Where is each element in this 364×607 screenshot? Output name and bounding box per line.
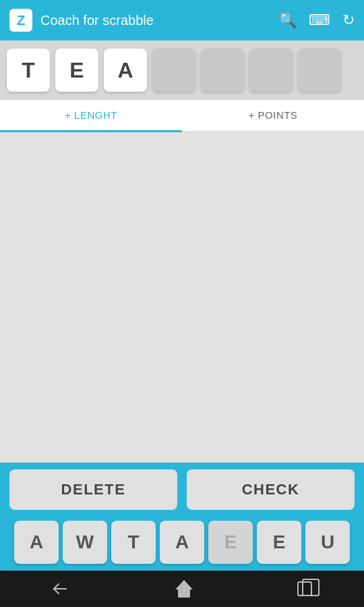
key-3[interactable]: A xyxy=(160,521,204,564)
key-6[interactable]: U xyxy=(305,521,350,564)
keyboard-icon[interactable]: ⌨ xyxy=(309,11,330,29)
nav-bar xyxy=(0,571,364,607)
tile-4[interactable] xyxy=(201,49,244,92)
home-button[interactable] xyxy=(175,580,193,598)
key-5[interactable]: E xyxy=(257,521,301,564)
tile-0[interactable]: T xyxy=(7,49,50,92)
key-0[interactable]: A xyxy=(14,521,59,564)
tile-5[interactable] xyxy=(249,49,293,92)
app-logo: Z xyxy=(9,9,32,32)
key-2[interactable]: T xyxy=(111,521,156,564)
back-button[interactable] xyxy=(52,582,71,596)
top-bar-actions: 🔍 ⌨ ↻ xyxy=(278,11,355,29)
tabs: + LENGHT+ POINTS xyxy=(0,100,364,132)
delete-button[interactable]: DELETE xyxy=(9,469,177,510)
action-buttons: DELETE CHECK xyxy=(0,463,364,517)
tab-0[interactable]: + LENGHT xyxy=(0,100,182,132)
app-title: Coach for scrabble xyxy=(40,13,278,28)
search-icon[interactable]: 🔍 xyxy=(278,11,297,29)
tile-3[interactable] xyxy=(152,49,195,92)
recents-button[interactable] xyxy=(297,581,312,596)
keyboard-row: AWTAEEU xyxy=(0,517,364,571)
tile-2[interactable]: A xyxy=(104,49,147,92)
tile-6[interactable] xyxy=(298,49,341,92)
main-content xyxy=(0,132,364,463)
key-1[interactable]: W xyxy=(63,521,107,564)
refresh-icon[interactable]: ↻ xyxy=(342,11,355,29)
check-button[interactable]: CHECK xyxy=(187,469,355,510)
top-bar: Z Coach for scrabble 🔍 ⌨ ↻ xyxy=(0,0,364,40)
tile-1[interactable]: E xyxy=(55,49,98,92)
tab-1[interactable]: + POINTS xyxy=(182,100,364,131)
tiles-row: TEA xyxy=(0,40,364,100)
key-4[interactable]: E xyxy=(208,521,253,564)
